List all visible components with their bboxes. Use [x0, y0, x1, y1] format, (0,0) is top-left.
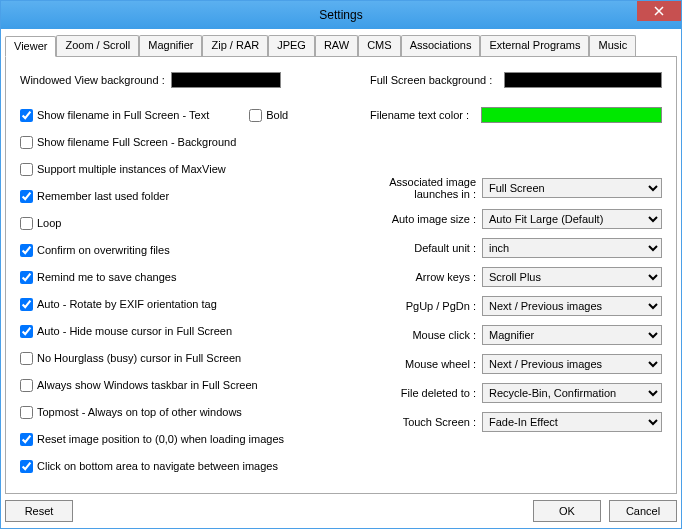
remind-save-checkbox[interactable]: Remind me to save changes	[20, 271, 176, 284]
assoc-launch-label: Associated image launches in :	[370, 176, 482, 200]
fullscreen-bg-swatch[interactable]	[504, 72, 662, 88]
settings-window: Settings Viewer Zoom / Scroll Magnifier …	[0, 0, 682, 529]
windowed-bg-swatch[interactable]	[171, 72, 281, 88]
click-bottom-label: Click on bottom area to navigate between…	[37, 460, 278, 472]
click-bottom-checkbox[interactable]: Click on bottom area to navigate between…	[20, 460, 278, 473]
remember-folder-checkbox[interactable]: Remember last used folder	[20, 190, 169, 203]
show-filename-bg-input[interactable]	[20, 136, 33, 149]
always-taskbar-input[interactable]	[20, 379, 33, 392]
remind-save-input[interactable]	[20, 271, 33, 284]
multi-instance-label: Support multiple instances of MaxView	[37, 163, 226, 175]
no-hourglass-label: No Hourglass (busy) cursor in Full Scree…	[37, 352, 241, 364]
confirm-overwrite-input[interactable]	[20, 244, 33, 257]
confirm-overwrite-label: Confirm on overwriting files	[37, 244, 170, 256]
filename-color-label: Filename text color :	[370, 109, 475, 121]
arrow-keys-select[interactable]: Scroll Plus	[482, 267, 662, 287]
confirm-overwrite-checkbox[interactable]: Confirm on overwriting files	[20, 244, 170, 257]
tab-magnifier[interactable]: Magnifier	[139, 35, 202, 56]
reset-pos-input[interactable]	[20, 433, 33, 446]
reset-button[interactable]: Reset	[5, 500, 73, 522]
bold-input[interactable]	[249, 109, 262, 122]
file-deleted-label: File deleted to :	[370, 387, 482, 399]
tab-viewer[interactable]: Viewer	[5, 36, 56, 57]
tab-cms[interactable]: CMS	[358, 35, 400, 56]
multi-instance-checkbox[interactable]: Support multiple instances of MaxView	[20, 163, 226, 176]
titlebar: Settings	[1, 1, 681, 29]
tab-zoom-scroll[interactable]: Zoom / Scroll	[56, 35, 139, 56]
touch-select[interactable]: Fade-In Effect	[482, 412, 662, 432]
remind-save-label: Remind me to save changes	[37, 271, 176, 283]
loop-checkbox[interactable]: Loop	[20, 217, 61, 230]
auto-hide-cursor-label: Auto - Hide mouse cursor in Full Screen	[37, 325, 232, 337]
mouse-wheel-select[interactable]: Next / Previous images	[482, 354, 662, 374]
tab-associations[interactable]: Associations	[401, 35, 481, 56]
multi-instance-input[interactable]	[20, 163, 33, 176]
default-unit-select[interactable]: inch	[482, 238, 662, 258]
button-bar: Reset OK Cancel	[5, 494, 677, 524]
no-hourglass-checkbox[interactable]: No Hourglass (busy) cursor in Full Scree…	[20, 352, 241, 365]
bold-checkbox[interactable]: Bold	[249, 109, 288, 122]
tab-external-programs[interactable]: External Programs	[480, 35, 589, 56]
topmost-label: Topmost - Always on top of other windows	[37, 406, 242, 418]
auto-size-label: Auto image size :	[370, 213, 482, 225]
tab-music[interactable]: Music	[589, 35, 636, 56]
show-filename-text-input[interactable]	[20, 109, 33, 122]
right-column: Full Screen background : Filename text c…	[370, 71, 662, 485]
auto-rotate-checkbox[interactable]: Auto - Rotate by EXIF orientation tag	[20, 298, 217, 311]
window-title: Settings	[1, 8, 681, 22]
close-icon	[654, 6, 664, 16]
reset-pos-checkbox[interactable]: Reset image position to (0,0) when loadi…	[20, 433, 284, 446]
show-filename-text-checkbox[interactable]: Show filename in Full Screen - Text	[20, 109, 209, 122]
fullscreen-bg-label: Full Screen background :	[370, 74, 498, 86]
tab-panel: Windowed View background : Show filename…	[5, 57, 677, 494]
arrow-keys-label: Arrow keys :	[370, 271, 482, 283]
loop-label: Loop	[37, 217, 61, 229]
reset-pos-label: Reset image position to (0,0) when loadi…	[37, 433, 284, 445]
no-hourglass-input[interactable]	[20, 352, 33, 365]
content-area: Viewer Zoom / Scroll Magnifier Zip / RAR…	[1, 29, 681, 528]
mouse-wheel-label: Mouse wheel :	[370, 358, 482, 370]
bold-label: Bold	[266, 109, 288, 121]
touch-label: Touch Screen :	[370, 416, 482, 428]
always-taskbar-label: Always show Windows taskbar in Full Scre…	[37, 379, 258, 391]
always-taskbar-checkbox[interactable]: Always show Windows taskbar in Full Scre…	[20, 379, 258, 392]
auto-size-select[interactable]: Auto Fit Large (Default)	[482, 209, 662, 229]
remember-folder-input[interactable]	[20, 190, 33, 203]
cancel-button[interactable]: Cancel	[609, 500, 677, 522]
auto-rotate-label: Auto - Rotate by EXIF orientation tag	[37, 298, 217, 310]
mouse-click-label: Mouse click :	[370, 329, 482, 341]
windowed-bg-label: Windowed View background :	[20, 74, 165, 86]
tab-jpeg[interactable]: JPEG	[268, 35, 315, 56]
left-column: Windowed View background : Show filename…	[20, 71, 350, 485]
show-filename-text-label: Show filename in Full Screen - Text	[37, 109, 209, 121]
default-unit-label: Default unit :	[370, 242, 482, 254]
assoc-launch-select[interactable]: Full Screen	[482, 178, 662, 198]
ok-button[interactable]: OK	[533, 500, 601, 522]
remember-folder-label: Remember last used folder	[37, 190, 169, 202]
mouse-click-select[interactable]: Magnifier	[482, 325, 662, 345]
auto-hide-cursor-checkbox[interactable]: Auto - Hide mouse cursor in Full Screen	[20, 325, 232, 338]
loop-input[interactable]	[20, 217, 33, 230]
topmost-checkbox[interactable]: Topmost - Always on top of other windows	[20, 406, 242, 419]
show-filename-bg-checkbox[interactable]: Show filename Full Screen - Background	[20, 136, 236, 149]
auto-rotate-input[interactable]	[20, 298, 33, 311]
tab-bar: Viewer Zoom / Scroll Magnifier Zip / RAR…	[5, 35, 677, 57]
close-button[interactable]	[637, 1, 681, 21]
filename-color-swatch[interactable]	[481, 107, 662, 123]
topmost-input[interactable]	[20, 406, 33, 419]
tab-zip-rar[interactable]: Zip / RAR	[202, 35, 268, 56]
click-bottom-input[interactable]	[20, 460, 33, 473]
tab-raw[interactable]: RAW	[315, 35, 358, 56]
show-filename-bg-label: Show filename Full Screen - Background	[37, 136, 236, 148]
pgup-select[interactable]: Next / Previous images	[482, 296, 662, 316]
pgup-label: PgUp / PgDn :	[370, 300, 482, 312]
auto-hide-cursor-input[interactable]	[20, 325, 33, 338]
file-deleted-select[interactable]: Recycle-Bin, Confirmation	[482, 383, 662, 403]
